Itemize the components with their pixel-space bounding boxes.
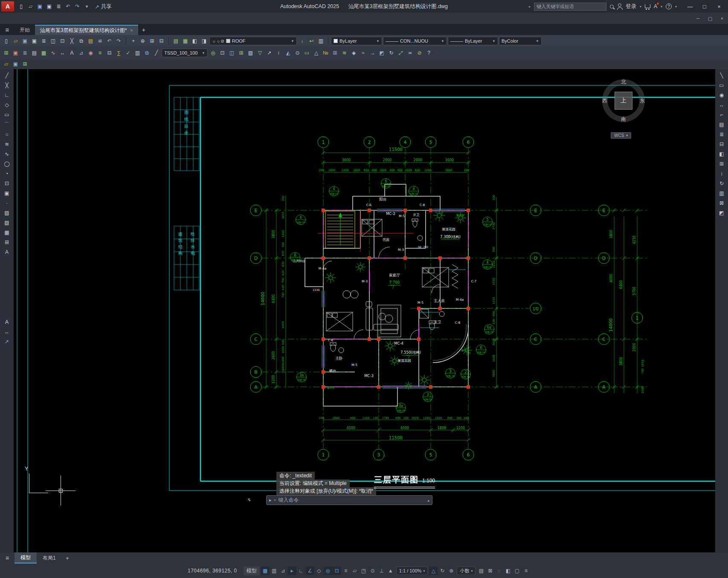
cut-icon[interactable]: ╳ bbox=[67, 37, 76, 45]
pan-icon[interactable]: + bbox=[129, 37, 138, 45]
doc-restore-button[interactable]: ▢ bbox=[704, 13, 716, 24]
polygon-icon[interactable]: ◇ bbox=[2, 100, 12, 110]
insert-block-icon[interactable]: ⊡ bbox=[2, 179, 12, 188]
grid-icon[interactable]: ▦ bbox=[261, 566, 270, 575]
lineweight-combo[interactable]: ——— ByLayer ▼ bbox=[448, 37, 498, 45]
leader-icon[interactable]: ↗ bbox=[2, 337, 12, 346]
tssd-rotate-icon[interactable]: ↻ bbox=[387, 49, 396, 57]
doc-close-button[interactable]: × bbox=[716, 13, 728, 24]
ellipse-icon[interactable]: ◯ bbox=[2, 159, 12, 168]
tssd-wall-icon[interactable]: ▤ bbox=[30, 49, 39, 57]
tssd-elev-icon[interactable]: ▽ bbox=[255, 49, 264, 57]
hatch-icon[interactable]: ▨ bbox=[2, 208, 12, 218]
tssd-axis-bubble-icon[interactable]: ◎ bbox=[209, 49, 218, 57]
match-properties-icon[interactable]: ≌ bbox=[96, 37, 104, 45]
paste-icon[interactable]: ▤ bbox=[86, 37, 95, 45]
tssd-calc-icon[interactable]: ∑ bbox=[114, 49, 123, 57]
line-icon[interactable]: ╱ bbox=[2, 71, 12, 80]
tssd-num-icon[interactable]: № bbox=[321, 49, 330, 57]
saveas-icon[interactable]: ▣ bbox=[30, 37, 39, 45]
tssd-copy-icon[interactable]: ⧉ bbox=[142, 49, 151, 57]
tssd-tools-icon[interactable]: ⊞ bbox=[20, 60, 29, 68]
clean-screen-icon[interactable]: ▢ bbox=[513, 566, 521, 575]
search-input[interactable]: 键入关键字或短语 bbox=[534, 3, 606, 11]
point-style-icon[interactable]: ◉ bbox=[716, 90, 727, 100]
plot-icon[interactable]: ≣ bbox=[39, 37, 48, 45]
mirror-icon[interactable]: ◩ bbox=[716, 208, 727, 218]
tssd-help-icon[interactable]: ? bbox=[424, 49, 433, 57]
save-icon[interactable]: ▣ bbox=[20, 37, 29, 45]
tssd-leader-icon[interactable]: ↗ bbox=[265, 49, 274, 57]
tssd-insert-icon[interactable]: ⊡ bbox=[218, 49, 227, 57]
circle-icon[interactable]: ○ bbox=[2, 130, 12, 139]
command-expand-icon[interactable]: ▴ bbox=[427, 498, 429, 502]
annotation-scale-combo[interactable]: 1:1 / 100% ▾ bbox=[396, 566, 428, 575]
model-space-button[interactable]: 模型 bbox=[244, 566, 260, 575]
lineweight-icon[interactable]: ≡ bbox=[342, 566, 350, 575]
rectangle-icon[interactable]: ▭ bbox=[2, 110, 12, 119]
tssd-style-combo[interactable]: TSSD_100_100 ▼ bbox=[162, 49, 208, 57]
tssd-check-icon[interactable]: ✓ bbox=[124, 49, 133, 57]
qat-plot-icon[interactable]: ≣ bbox=[54, 2, 63, 11]
plotstyle-combo[interactable]: ByColor ▼ bbox=[499, 37, 542, 45]
selection-cycling-icon[interactable]: ◳ bbox=[360, 566, 368, 575]
annotation-visibility-icon[interactable]: △ bbox=[429, 566, 438, 575]
customization-icon[interactable]: ≡ bbox=[522, 566, 530, 575]
command-dropdown-icon[interactable]: ▾ bbox=[274, 498, 276, 502]
tssd-bolt-icon[interactable]: ⊙ bbox=[293, 49, 302, 57]
user-icon[interactable] bbox=[617, 4, 622, 9]
autoscale-icon[interactable]: ↻ bbox=[438, 566, 447, 575]
file-tab-menu-icon[interactable]: ≡ bbox=[0, 24, 15, 35]
units-combo[interactable]: 小数 ▾ bbox=[457, 566, 476, 575]
share-button[interactable]: ↗ 共享 bbox=[95, 3, 111, 10]
layout-menu-icon[interactable]: ≡ bbox=[0, 555, 15, 561]
gradient-icon[interactable]: ▧ bbox=[2, 218, 12, 227]
wcs-indicator[interactable]: WCS ▾ bbox=[611, 132, 631, 139]
minimize-button[interactable]: — bbox=[683, 0, 697, 13]
dim-style-icon[interactable]: ⌐ bbox=[716, 110, 727, 119]
qat-save-icon[interactable]: ▣ bbox=[35, 2, 44, 11]
zoom-previous-icon[interactable]: ⊟ bbox=[157, 37, 166, 45]
tab-start[interactable]: 开始 bbox=[15, 25, 35, 35]
tssd-mirror-icon[interactable]: ◩ bbox=[377, 49, 386, 57]
drawing-canvas[interactable]: 124561356EDCBAED1/DCAEDCA1 1150036002900… bbox=[14, 69, 715, 552]
object-snap-tracking-icon[interactable]: ◎ bbox=[324, 566, 332, 575]
tssd-stair-icon[interactable]: ≡ bbox=[96, 49, 104, 57]
open-icon[interactable]: ▱ bbox=[11, 37, 20, 45]
tssd-cloud-icon[interactable]: ≈ bbox=[359, 49, 368, 57]
rotate-icon[interactable]: ↻ bbox=[716, 179, 727, 188]
tab-close-icon[interactable]: × bbox=[130, 28, 133, 33]
new-tab-button[interactable]: + bbox=[138, 25, 149, 35]
help-icon[interactable]: ? bbox=[666, 3, 672, 9]
navigation-compass[interactable]: 北 南 西 东 上 bbox=[601, 78, 646, 123]
ortho-icon[interactable]: ∟ bbox=[297, 566, 305, 575]
dim-linear-icon[interactable]: ↔ bbox=[716, 100, 727, 110]
tssd-plate-icon[interactable]: ▭ bbox=[302, 49, 311, 57]
layer-states-icon[interactable]: ▦ bbox=[181, 37, 190, 45]
scale-icon[interactable]: ▥ bbox=[716, 189, 727, 198]
tssd-window-icon[interactable]: ⊞ bbox=[237, 49, 246, 57]
tssd-column-icon[interactable]: ▣ bbox=[11, 49, 20, 57]
tssd-hatch-icon[interactable]: ▨ bbox=[246, 49, 255, 57]
help-caret-icon[interactable]: ▾ bbox=[675, 5, 677, 9]
color-combo[interactable]: ByLayer ▼ bbox=[331, 37, 382, 45]
sketch-icon[interactable]: ╲ bbox=[716, 71, 727, 80]
annotation-monitor-icon[interactable]: ▲ bbox=[386, 566, 395, 575]
qat-saveas-icon[interactable]: ▣ bbox=[45, 2, 54, 11]
quick-properties-icon[interactable]: ▤ bbox=[477, 566, 485, 575]
multiline-style-icon[interactable]: ≣ bbox=[716, 130, 727, 139]
arc-icon[interactable]: ⌒ bbox=[2, 120, 12, 129]
spline-icon[interactable]: ∿ bbox=[2, 149, 12, 159]
login-label[interactable]: 登录 bbox=[626, 3, 636, 10]
plot-preview-icon[interactable]: ◫ bbox=[49, 37, 58, 45]
search-history-caret-icon[interactable]: ▸ bbox=[529, 5, 531, 9]
tssd-edit-icon[interactable]: ╱ bbox=[152, 49, 161, 57]
3d-object-snap-icon[interactable]: ⊙ bbox=[368, 566, 377, 575]
infer-constraints-icon[interactable]: ⊿ bbox=[279, 566, 287, 575]
tssd-rebar-icon[interactable]: ∿ bbox=[49, 49, 58, 57]
dimension-icon[interactable]: ↔ bbox=[2, 327, 12, 337]
qat-open-icon[interactable]: ▱ bbox=[26, 2, 35, 11]
command-input[interactable]: ▸ ▾ 键入命令 ▴ bbox=[266, 495, 432, 505]
tssd-layer-icon[interactable]: ▥ bbox=[133, 49, 142, 57]
dynamic-ucs-icon[interactable]: ⊥ bbox=[377, 566, 386, 575]
